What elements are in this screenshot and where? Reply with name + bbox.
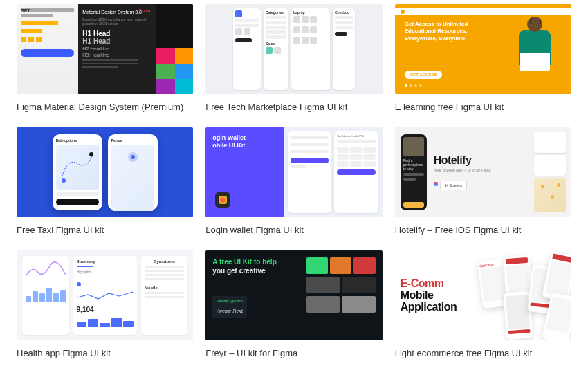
brand-badge: SET (21, 8, 30, 13)
thumbnail: A free UI Kit to helpyou get creative Pr… (205, 250, 382, 340)
template-card-taxi[interactable]: Ride options Petros Free Taxi Figma UI k… (17, 127, 193, 237)
template-card-material-design[interactable]: SET Material Design System 3.0 Based on … (17, 4, 193, 113)
brand-logo: Hotelify (434, 154, 530, 167)
template-card-hotelify[interactable]: Find a perfect place to stay Hotelify Ho… (395, 127, 571, 237)
card-title: Hotelify – Free iOS Figma UI kit (395, 224, 571, 237)
template-card-health[interactable]: Summary Highlights 9,104 Symptoms Mobile… (17, 250, 193, 360)
template-card-tech-marketplace[interactable]: CategoriesSales Laptop Checkou Free Tech… (205, 4, 382, 113)
card-title: Free Tech Marketplace Figma UI kit (205, 101, 382, 113)
thumbnail: SET Material Design System 3.0 Based on … (17, 4, 193, 94)
card-title: Health app Figma UI kit (17, 347, 193, 360)
template-card-ecommerce[interactable]: E-Comm Mobile Application Success Light … (395, 250, 571, 360)
template-card-freyr[interactable]: A free UI Kit to helpyou get creative Pr… (205, 250, 382, 360)
cta-button: GET ACCESS (405, 71, 443, 79)
thumbnail: CategoriesSales Laptop Checkou (205, 4, 382, 94)
card-title: Free Taxi Figma UI kit (17, 224, 193, 237)
app-icon (215, 192, 230, 208)
template-card-login-wallet[interactable]: ogin Walletobile UI Kit Confidential cod… (205, 127, 382, 237)
figma-icon: Figma (139, 8, 151, 12)
card-title: E learning free Figma UI kit (395, 101, 571, 113)
thumbnail: Get Access to Unlimited Educational Reso… (395, 4, 571, 94)
thumbnail: Find a perfect place to stay Hotelify Ho… (395, 127, 571, 217)
card-title: Freyr – UI kit for Figma (205, 347, 382, 360)
thumbnail: ogin Walletobile UI Kit Confidential cod… (205, 127, 382, 217)
thumbnail: Summary Highlights 9,104 Symptoms Mobile (17, 250, 193, 340)
template-grid: SET Material Design System 3.0 Based on … (17, 4, 571, 360)
card-title: Light ecommerce free Figma UI kit (395, 347, 571, 360)
thumbnail: E-Comm Mobile Application Success (395, 250, 571, 340)
thumbnail: Ride options Petros (17, 127, 193, 217)
card-title: Figma Material Design System (Premium) (17, 101, 193, 113)
template-card-elearning[interactable]: Get Access to Unlimited Educational Reso… (395, 4, 571, 113)
figma-icon (434, 182, 438, 186)
card-title: Login wallet Figma UI kit (205, 224, 382, 237)
